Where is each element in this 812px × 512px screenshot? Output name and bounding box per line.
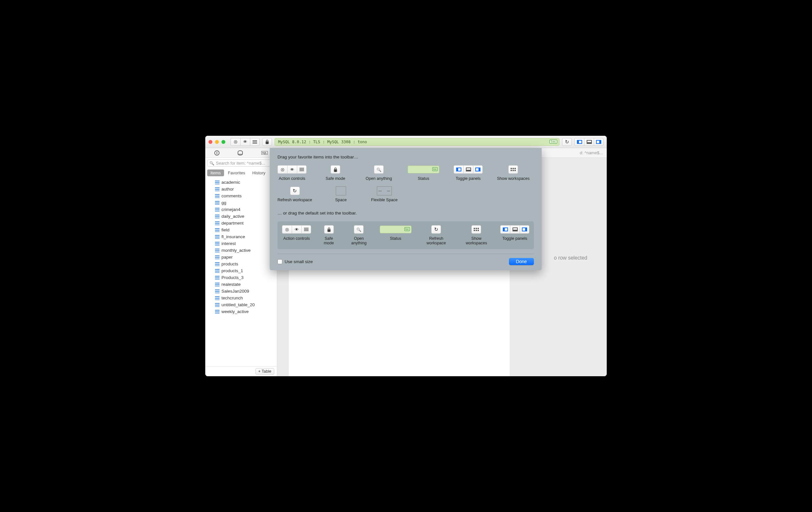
palette-open-anything[interactable]: Open anything (364, 165, 394, 181)
tab-history[interactable]: History (249, 169, 268, 176)
table-row[interactable]: academic (205, 179, 277, 186)
tab-favorites[interactable]: Favorites (225, 169, 248, 176)
table-icon (215, 282, 220, 287)
cancel-icon (280, 167, 285, 173)
table-list: academicauthorcommentsggcrimejan4daily_a… (205, 178, 277, 366)
small-size-input[interactable] (278, 259, 282, 264)
table-icon (215, 228, 220, 232)
window-zoom-button[interactable] (222, 140, 225, 144)
list-button[interactable] (250, 138, 260, 146)
palette-action-controls[interactable]: Action controls (278, 165, 307, 181)
done-button[interactable]: Done (509, 258, 534, 265)
table-row[interactable]: daily_active (205, 213, 277, 220)
toggle-right-panel-button[interactable] (594, 138, 604, 146)
table-row[interactable]: crimejan4 (205, 206, 277, 213)
table-row[interactable]: monthly_active (205, 247, 277, 254)
table-icon (215, 269, 220, 273)
divider (278, 254, 534, 254)
window-close-button[interactable] (208, 140, 212, 144)
panel-bottom-icon (587, 140, 592, 144)
small-size-label: Use small size (285, 259, 313, 264)
customize-heading-1: Drag your favorite items into the toolba… (278, 155, 534, 159)
table-name: realestate (222, 282, 240, 287)
table-row[interactable]: paper (205, 254, 277, 261)
table-row[interactable]: products_1 (205, 267, 277, 274)
table-name: academic (222, 180, 240, 185)
table-name: field (222, 227, 230, 232)
window-minimize-button[interactable] (215, 140, 219, 144)
flexible-space-box (377, 186, 392, 195)
table-icon (215, 262, 220, 266)
palette-refresh-workspace[interactable]: Refresh workspace (278, 187, 312, 202)
sidebar-footer: + Table (205, 366, 277, 376)
table-icon (215, 289, 220, 293)
table-row[interactable]: Products_3 (205, 274, 277, 281)
panel-right-icon (596, 140, 601, 144)
table-row[interactable]: author (205, 186, 277, 192)
table-row[interactable]: field (205, 226, 277, 233)
table-icon (215, 242, 220, 246)
table-name: crimejan4 (222, 207, 240, 212)
table-row[interactable]: untitled_table_20 (205, 301, 277, 308)
table-icon (215, 276, 220, 280)
table-row[interactable]: weekly_active (205, 308, 277, 315)
table-name: Products_3 (222, 275, 243, 280)
sidebar: Search for item: ^name$... Items Favorit… (205, 158, 277, 376)
refresh-icon (293, 188, 297, 194)
palette-flexible-space[interactable]: Flexible Space (370, 187, 399, 202)
palette-toggle-panels[interactable]: Toggle panels (454, 165, 483, 181)
table-icon (215, 181, 220, 184)
palette-show-workspaces[interactable]: Show workspaces (497, 165, 530, 181)
palette-status[interactable]: loc Status (408, 165, 439, 181)
safe-mode-button[interactable] (262, 138, 272, 146)
panel-right-icon (475, 167, 481, 171)
table-name: paper (222, 255, 233, 260)
customize-heading-2: … or drag the default set into the toolb… (278, 211, 534, 215)
palette-safe-mode[interactable]: Safe mode (321, 165, 350, 181)
cancel-action-button[interactable] (231, 138, 240, 146)
toggle-left-panel-button[interactable] (574, 138, 584, 146)
status-mini: loc (408, 166, 439, 173)
table-icon (215, 208, 220, 212)
no-row-label: o row selected (554, 255, 587, 261)
database-icon[interactable] (238, 150, 243, 156)
table-row[interactable]: techcrunch (205, 295, 277, 301)
table-row[interactable]: fl_insurance (205, 233, 277, 240)
table-name: products_1 (222, 268, 243, 273)
app-window: MySQL 8.0.12 : TLS : MySQL 3308 : tono l… (205, 136, 607, 376)
table-row[interactable]: department (205, 220, 277, 226)
table-name: fl_insurance (222, 234, 245, 239)
connection-icon[interactable] (214, 150, 220, 156)
add-table-button[interactable]: + Table (256, 368, 274, 375)
table-row[interactable]: gg (205, 199, 277, 206)
table-icon (215, 303, 220, 307)
table-icon (215, 248, 220, 252)
table-icon (215, 296, 220, 300)
tab-items[interactable]: Items (207, 169, 224, 176)
toggle-bottom-panel-button[interactable] (584, 138, 594, 146)
use-small-size-checkbox[interactable]: Use small size (278, 259, 313, 264)
cancel-icon (233, 139, 238, 145)
table-row[interactable]: products (205, 261, 277, 267)
sql-icon[interactable]: SQL (261, 151, 268, 155)
table-row[interactable]: realestate (205, 281, 277, 288)
sidebar-search[interactable]: Search for item: ^name$... (207, 159, 275, 167)
default-toolbar-set[interactable]: Action controls Safe mode Open anything … (278, 221, 534, 249)
refresh-workspace-button[interactable] (562, 138, 572, 146)
table-row[interactable]: comments (205, 192, 277, 199)
table-name: SalesJan2009 (222, 289, 249, 294)
table-name: untitled_table_20 (222, 302, 255, 307)
table-row[interactable]: SalesJan2009 (205, 288, 277, 295)
panel-left-icon (577, 140, 582, 144)
refresh-icon (565, 139, 569, 145)
customize-footer: Use small size Done (278, 258, 534, 265)
palette-space[interactable]: Space (326, 187, 355, 202)
table-name: comments (222, 193, 241, 198)
table-row[interactable]: interest (205, 240, 277, 247)
table-icon (215, 255, 220, 259)
toolbar-palette: Action controls Safe mode Open anything … (278, 165, 534, 202)
table-icon (215, 235, 220, 239)
preview-button[interactable] (240, 138, 250, 146)
status-field[interactable]: MySQL 8.0.12 : TLS : MySQL 3308 : tono l… (274, 138, 559, 146)
lines-icon (253, 140, 257, 143)
